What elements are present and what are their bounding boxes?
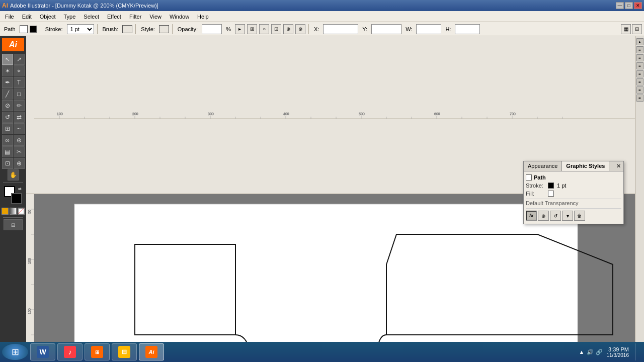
- none-icon[interactable]: [18, 208, 25, 215]
- tool-btn-1[interactable]: ⊞: [247, 24, 257, 34]
- taskbar-illustrator[interactable]: Ai: [139, 343, 164, 360]
- separator-4: [172, 24, 173, 34]
- pen-tool[interactable]: ✒: [2, 77, 13, 88]
- pencil-tool[interactable]: ✏: [14, 100, 25, 111]
- tool-btn-4[interactable]: ⊕: [283, 24, 293, 34]
- fill-stroke-widget[interactable]: ⇄: [3, 186, 23, 204]
- opacity-input[interactable]: 100: [202, 24, 222, 34]
- show-desktop-btn[interactable]: [635, 343, 638, 360]
- menu-help[interactable]: Help: [193, 11, 213, 22]
- panel-btn-6[interactable]: ≡: [636, 78, 643, 85]
- menu-object[interactable]: Object: [36, 11, 60, 22]
- stroke-color-swatch[interactable]: [30, 26, 37, 33]
- h-input[interactable]: 80 mm: [455, 24, 480, 34]
- brush-swatch[interactable]: [122, 25, 132, 33]
- rotate-tool[interactable]: ↺: [2, 112, 13, 123]
- menu-select[interactable]: Select: [79, 11, 103, 22]
- stroke-weight-select[interactable]: 1 pt 0.5 pt 2 pt: [67, 24, 94, 34]
- paintbrush-tool[interactable]: ⊘: [2, 100, 13, 111]
- panel-stroke-color[interactable]: [548, 183, 554, 189]
- maximize-button[interactable]: □: [625, 2, 633, 9]
- magic-wand-tool[interactable]: ✶: [2, 65, 13, 76]
- color-icon[interactable]: [2, 208, 9, 215]
- reflect-tool[interactable]: ⇄: [14, 112, 25, 123]
- rect-tool[interactable]: □: [14, 88, 25, 100]
- menu-view[interactable]: View: [145, 11, 166, 22]
- menu-edit[interactable]: Edit: [18, 11, 36, 22]
- screen-mode-btn[interactable]: ⊟: [4, 219, 23, 230]
- svg-text:150: 150: [28, 308, 31, 314]
- expand-btn[interactable]: ⊟: [632, 24, 642, 34]
- svg-text:50: 50: [28, 210, 31, 214]
- swap-icon[interactable]: ⇄: [18, 187, 23, 192]
- menu-window[interactable]: Window: [166, 11, 193, 22]
- panel-btn-2[interactable]: ≡: [636, 46, 643, 53]
- select-tool[interactable]: ↖: [2, 54, 13, 65]
- w-input[interactable]: 40 mm: [416, 24, 441, 34]
- menu-type[interactable]: Type: [60, 11, 80, 22]
- menu-effect[interactable]: Effect: [103, 11, 125, 22]
- arrange-btn[interactable]: ▦: [621, 24, 631, 34]
- circle-icon-btn[interactable]: ↺: [550, 211, 561, 221]
- tray-icon-3[interactable]: 🔗: [596, 349, 603, 355]
- style-swatch[interactable]: [159, 25, 169, 33]
- taskbar-explorer[interactable]: ⊟: [112, 343, 137, 360]
- panel-btn-7[interactable]: ≡: [636, 86, 643, 94]
- hand-tool[interactable]: ✋: [8, 169, 19, 180]
- delete-btn[interactable]: 🗑: [574, 211, 585, 221]
- panel-btn-8[interactable]: ≡: [636, 95, 643, 102]
- y-input[interactable]: 105.1 mm: [371, 24, 401, 34]
- taskbar-word[interactable]: W: [30, 343, 55, 360]
- gradient-icon[interactable]: [10, 208, 17, 215]
- minimize-button[interactable]: —: [616, 2, 624, 9]
- symbol-tool[interactable]: ⊛: [14, 135, 25, 146]
- brush-label: Brush:: [101, 26, 121, 32]
- clock-display[interactable]: 3:39 PM 11/3/2016: [607, 346, 629, 358]
- panel-btn-5[interactable]: ≡: [636, 70, 643, 77]
- taskbar-itunes[interactable]: ♪: [57, 343, 83, 360]
- warp-tool[interactable]: ~: [14, 123, 25, 134]
- close-button[interactable]: ✕: [634, 2, 642, 9]
- tool-btn-2[interactable]: ○: [259, 24, 269, 34]
- taskbar-fm[interactable]: ⊞: [85, 343, 110, 360]
- zoom-tool[interactable]: ⊕: [14, 158, 25, 169]
- panel-btn-1[interactable]: ▸: [636, 38, 643, 45]
- fill-color-swatch[interactable]: [20, 25, 28, 33]
- lasso-tool[interactable]: ⌖: [14, 65, 25, 76]
- type-tool[interactable]: T: [14, 77, 25, 88]
- tool-row-6: ↺ ⇄: [2, 112, 25, 123]
- add-effect-btn[interactable]: ⊕: [538, 211, 549, 221]
- graphic-styles-tab[interactable]: Graphic Styles: [562, 161, 609, 171]
- menu-filter[interactable]: Filter: [125, 11, 145, 22]
- stroke-indicator[interactable]: [11, 193, 22, 204]
- app-icon-small: Ai: [2, 2, 8, 9]
- panel-fill-swatch[interactable]: [526, 174, 532, 180]
- tray-icon-1[interactable]: ▲: [579, 349, 585, 355]
- svg-text:600: 600: [434, 112, 440, 116]
- eraser-tool[interactable]: ⊡: [2, 158, 13, 169]
- menu-file[interactable]: File: [1, 11, 18, 22]
- direct-select-tool[interactable]: ↗: [14, 54, 25, 65]
- x-input[interactable]: 38.981 mm: [323, 24, 358, 34]
- tool-btn-5[interactable]: ⊗: [295, 24, 305, 34]
- fx-btn[interactable]: fx: [526, 211, 537, 221]
- panel-btn-3[interactable]: ≡: [636, 54, 643, 61]
- line-tool[interactable]: ╱: [2, 88, 13, 100]
- tool-row-5: ⊘ ✏: [2, 100, 25, 111]
- panel-btn-4[interactable]: ≡: [636, 62, 643, 69]
- toolbox: Ai ↖ ↗ ✶ ⌖ ✒ T ╱ □ ⊘ ✏ ↺ ⇄ ⊞ ~: [0, 36, 26, 351]
- tool-btn-3[interactable]: ⊡: [271, 24, 281, 34]
- slice-tool[interactable]: ✂: [14, 146, 25, 157]
- word-icon: W: [37, 346, 49, 358]
- scale-tool[interactable]: ⊞: [2, 123, 13, 134]
- blend-tool[interactable]: ∞: [2, 135, 13, 146]
- graph-tool[interactable]: ▤: [2, 146, 13, 157]
- tray-icon-2[interactable]: 🔊: [587, 349, 594, 355]
- down-arrow-btn[interactable]: ▾: [562, 211, 573, 221]
- panel-close-btn[interactable]: ✕: [614, 161, 623, 171]
- opacity-arrow[interactable]: ▸: [235, 24, 245, 34]
- appearance-tab[interactable]: Appearance: [524, 161, 562, 171]
- transparency-label: Default Transparency: [526, 200, 579, 206]
- start-button[interactable]: ⊞: [2, 344, 28, 360]
- panel-fill-color[interactable]: [548, 191, 554, 197]
